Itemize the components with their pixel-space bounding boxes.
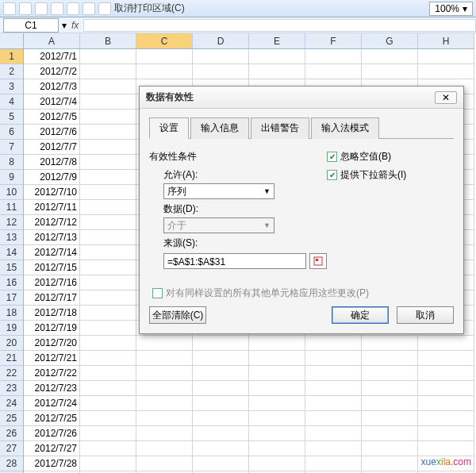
cell[interactable]: 2012/7/6	[24, 125, 80, 140]
cell[interactable]	[80, 275, 136, 290]
cell[interactable]	[249, 49, 305, 64]
allow-combo[interactable]: 序列 ▼	[163, 183, 274, 199]
cell[interactable]	[362, 366, 418, 381]
cell[interactable]	[193, 426, 249, 441]
cell[interactable]	[136, 351, 193, 366]
row-header[interactable]: 2	[0, 64, 24, 79]
cell[interactable]: 2012/7/20	[24, 336, 80, 351]
cell[interactable]	[80, 321, 136, 336]
column-header[interactable]: E	[249, 33, 305, 49]
cell[interactable]	[305, 411, 362, 426]
column-header[interactable]: B	[80, 33, 136, 49]
cell[interactable]	[80, 411, 136, 426]
cell[interactable]: 2012/7/21	[24, 351, 80, 366]
cell[interactable]: 2012/7/17	[24, 290, 80, 306]
formula-bar[interactable]	[83, 19, 476, 32]
cell[interactable]	[80, 140, 136, 155]
row-header[interactable]: 21	[0, 351, 24, 366]
cell[interactable]	[249, 381, 305, 396]
cell[interactable]: 2012/7/14	[24, 245, 80, 260]
column-header[interactable]: A	[24, 33, 80, 49]
row-header[interactable]: 6	[0, 125, 24, 140]
tab-ime-mode[interactable]: 输入法模式	[311, 117, 379, 139]
ok-button[interactable]: 确定	[332, 306, 389, 324]
cell[interactable]	[136, 396, 193, 411]
toolbar-icon[interactable]	[98, 2, 111, 15]
cell[interactable]	[362, 426, 418, 441]
cell[interactable]	[80, 230, 136, 245]
row-header[interactable]: 23	[0, 381, 24, 396]
row-header[interactable]: 5	[0, 110, 24, 125]
cell[interactable]	[136, 49, 193, 64]
row-header[interactable]: 14	[0, 245, 24, 260]
cell[interactable]	[305, 336, 362, 351]
cell[interactable]	[80, 351, 136, 366]
cell[interactable]	[80, 456, 136, 471]
clear-all-button[interactable]: 全部清除(C)	[149, 306, 206, 324]
cell[interactable]	[136, 411, 193, 426]
toolbar-icon[interactable]	[83, 2, 95, 15]
cell[interactable]	[362, 381, 418, 396]
cell[interactable]	[193, 396, 249, 411]
cell[interactable]	[418, 366, 474, 381]
cell[interactable]	[136, 426, 193, 441]
row-header[interactable]: 4	[0, 94, 24, 110]
column-header[interactable]: H	[418, 33, 474, 49]
toolbar-icon[interactable]	[35, 2, 48, 15]
cell[interactable]	[249, 426, 305, 441]
cell[interactable]	[418, 381, 474, 396]
cell[interactable]	[305, 351, 362, 366]
cell[interactable]	[80, 336, 136, 351]
row-header[interactable]: 1	[0, 49, 24, 64]
row-header[interactable]: 9	[0, 170, 24, 185]
row-header[interactable]: 24	[0, 396, 24, 411]
cell[interactable]	[362, 411, 418, 426]
cancel-button[interactable]: 取消	[397, 306, 454, 324]
row-header[interactable]: 16	[0, 275, 24, 290]
cell[interactable]	[305, 456, 362, 471]
cell[interactable]	[193, 49, 249, 64]
cell[interactable]: 2012/7/8	[24, 155, 80, 170]
cell[interactable]	[136, 441, 193, 456]
fx-icon[interactable]: fx	[71, 20, 79, 31]
ignore-blank-checkbox[interactable]: ✔ 忽略空值(B)	[327, 150, 454, 163]
toolbar-icon[interactable]	[51, 2, 63, 15]
cell[interactable]	[80, 155, 136, 170]
select-all-corner[interactable]	[0, 33, 24, 49]
cell[interactable]	[249, 441, 305, 456]
toolbar-icon[interactable]	[19, 2, 32, 15]
row-header[interactable]: 20	[0, 336, 24, 351]
cell[interactable]	[249, 396, 305, 411]
cell[interactable]: 2012/7/3	[24, 79, 80, 94]
row-header[interactable]: 13	[0, 230, 24, 245]
cell[interactable]	[80, 290, 136, 306]
cell[interactable]: 2012/7/10	[24, 185, 80, 200]
cell[interactable]: 2012/7/23	[24, 381, 80, 396]
cell[interactable]	[80, 441, 136, 456]
cell[interactable]	[80, 185, 136, 200]
tab-error-alert[interactable]: 出错警告	[251, 117, 309, 139]
cell[interactable]	[193, 411, 249, 426]
cell[interactable]: 2012/7/15	[24, 260, 80, 275]
cell[interactable]	[193, 351, 249, 366]
tab-input-message[interactable]: 输入信息	[190, 117, 249, 139]
name-box[interactable]: C1	[3, 18, 59, 33]
cell[interactable]	[136, 64, 193, 79]
cell[interactable]	[136, 366, 193, 381]
cell[interactable]	[305, 426, 362, 441]
cell[interactable]	[305, 64, 362, 79]
cell[interactable]	[80, 215, 136, 230]
cell[interactable]	[136, 456, 193, 471]
cell[interactable]	[418, 426, 474, 441]
cell[interactable]	[305, 441, 362, 456]
cell[interactable]: 2012/7/4	[24, 94, 80, 110]
cell[interactable]	[136, 381, 193, 396]
cell[interactable]	[80, 49, 136, 64]
column-header[interactable]: G	[362, 33, 418, 49]
cell[interactable]	[362, 456, 418, 471]
cell[interactable]: 2012/7/11	[24, 200, 80, 215]
row-header[interactable]: 12	[0, 215, 24, 230]
cell[interactable]: 2012/7/19	[24, 321, 80, 336]
cell[interactable]: 2012/7/18	[24, 306, 80, 321]
cell[interactable]	[305, 366, 362, 381]
